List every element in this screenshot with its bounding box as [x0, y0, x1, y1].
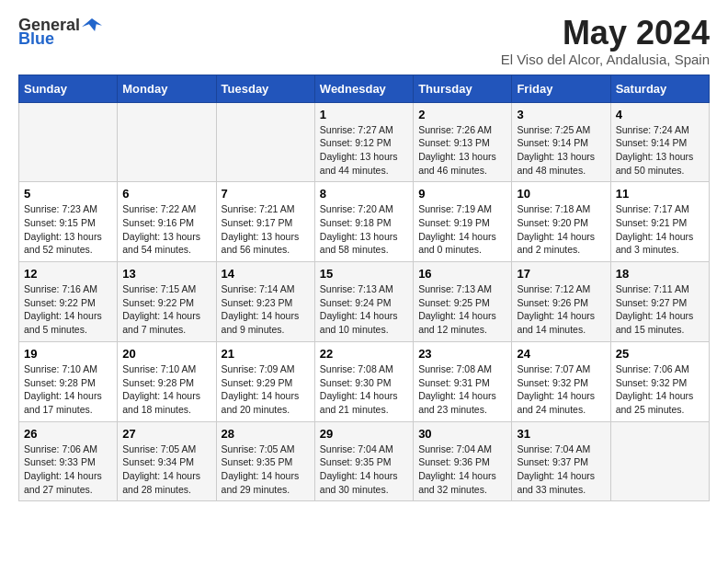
day-info: Sunrise: 7:14 AMSunset: 9:23 PMDaylight:…: [222, 282, 310, 337]
day-number: 23: [418, 347, 506, 361]
day-info: Sunrise: 7:07 AMSunset: 9:32 PMDaylight:…: [517, 362, 605, 417]
day-number: 24: [517, 347, 605, 361]
day-number: 11: [616, 187, 704, 201]
calendar-cell: [19, 102, 118, 182]
week-row-1: 5Sunrise: 7:23 AMSunset: 9:15 PMDaylight…: [19, 182, 710, 262]
day-number: 26: [24, 427, 112, 441]
subtitle: El Viso del Alcor, Andalusia, Spain: [501, 52, 710, 67]
col-header-thursday: Thursday: [414, 75, 512, 102]
day-info: Sunrise: 7:25 AMSunset: 9:14 PMDaylight:…: [517, 123, 605, 178]
calendar-cell: 19Sunrise: 7:10 AMSunset: 9:28 PMDayligh…: [19, 341, 118, 421]
day-info: Sunrise: 7:04 AMSunset: 9:37 PMDaylight:…: [517, 442, 605, 497]
day-info: Sunrise: 7:23 AMSunset: 9:15 PMDaylight:…: [24, 202, 112, 257]
day-number: 14: [222, 267, 310, 281]
day-number: 2: [418, 108, 506, 121]
day-number: 21: [222, 347, 310, 361]
calendar-cell: 10Sunrise: 7:18 AMSunset: 9:20 PMDayligh…: [512, 182, 610, 262]
calendar-cell: 20Sunrise: 7:10 AMSunset: 9:28 PMDayligh…: [118, 341, 216, 421]
calendar-cell: 15Sunrise: 7:13 AMSunset: 9:24 PMDayligh…: [314, 262, 413, 342]
logo: General Blue: [18, 15, 102, 49]
day-number: 3: [517, 108, 605, 121]
day-number: 13: [122, 267, 210, 281]
header: General Blue May 2024 El Viso del Alcor,…: [18, 15, 710, 67]
col-header-saturday: Saturday: [610, 75, 709, 102]
calendar-cell: 28Sunrise: 7:05 AMSunset: 9:35 PMDayligh…: [216, 421, 314, 501]
week-row-0: 1Sunrise: 7:27 AMSunset: 9:12 PMDaylight…: [19, 102, 710, 182]
day-number: 15: [320, 267, 408, 281]
title-block: May 2024 El Viso del Alcor, Andalusia, S…: [501, 15, 710, 67]
calendar-cell: 7Sunrise: 7:21 AMSunset: 9:17 PMDaylight…: [216, 182, 314, 262]
calendar-cell: 27Sunrise: 7:05 AMSunset: 9:34 PMDayligh…: [118, 421, 216, 501]
calendar-cell: 23Sunrise: 7:08 AMSunset: 9:31 PMDayligh…: [414, 341, 512, 421]
col-header-monday: Monday: [118, 75, 216, 102]
calendar-cell: 25Sunrise: 7:06 AMSunset: 9:32 PMDayligh…: [610, 341, 709, 421]
day-number: 18: [616, 267, 704, 281]
calendar-cell: 8Sunrise: 7:20 AMSunset: 9:18 PMDaylight…: [314, 182, 413, 262]
calendar-cell: 17Sunrise: 7:12 AMSunset: 9:26 PMDayligh…: [512, 262, 610, 342]
day-info: Sunrise: 7:16 AMSunset: 9:22 PMDaylight:…: [24, 282, 112, 337]
calendar-cell: 13Sunrise: 7:15 AMSunset: 9:22 PMDayligh…: [118, 262, 216, 342]
day-info: Sunrise: 7:27 AMSunset: 9:12 PMDaylight:…: [320, 123, 408, 178]
day-info: Sunrise: 7:04 AMSunset: 9:36 PMDaylight:…: [418, 442, 506, 497]
day-number: 25: [616, 347, 704, 361]
day-number: 22: [320, 347, 408, 361]
calendar-table: SundayMondayTuesdayWednesdayThursdayFrid…: [18, 75, 710, 502]
day-info: Sunrise: 7:08 AMSunset: 9:31 PMDaylight:…: [418, 362, 506, 417]
day-number: 19: [24, 347, 112, 361]
day-info: Sunrise: 7:13 AMSunset: 9:25 PMDaylight:…: [418, 282, 506, 337]
week-row-4: 26Sunrise: 7:06 AMSunset: 9:33 PMDayligh…: [19, 421, 710, 501]
day-number: 31: [517, 427, 605, 441]
day-number: 4: [616, 108, 704, 121]
calendar-cell: 4Sunrise: 7:24 AMSunset: 9:14 PMDaylight…: [610, 102, 709, 182]
day-number: 9: [418, 187, 506, 201]
day-info: Sunrise: 7:10 AMSunset: 9:28 PMDaylight:…: [24, 362, 112, 417]
day-number: 20: [122, 347, 210, 361]
main-title: May 2024: [501, 15, 710, 52]
day-number: 27: [122, 427, 210, 441]
day-info: Sunrise: 7:15 AMSunset: 9:22 PMDaylight:…: [122, 282, 210, 337]
col-header-tuesday: Tuesday: [216, 75, 314, 102]
day-info: Sunrise: 7:05 AMSunset: 9:35 PMDaylight:…: [222, 442, 310, 497]
page: General Blue May 2024 El Viso del Alcor,…: [0, 0, 728, 516]
calendar-cell: 24Sunrise: 7:07 AMSunset: 9:32 PMDayligh…: [512, 341, 610, 421]
day-info: Sunrise: 7:22 AMSunset: 9:16 PMDaylight:…: [122, 202, 210, 257]
calendar-cell: 22Sunrise: 7:08 AMSunset: 9:30 PMDayligh…: [314, 341, 413, 421]
day-info: Sunrise: 7:20 AMSunset: 9:18 PMDaylight:…: [320, 202, 408, 257]
day-info: Sunrise: 7:21 AMSunset: 9:17 PMDaylight:…: [222, 202, 310, 257]
calendar-cell: 14Sunrise: 7:14 AMSunset: 9:23 PMDayligh…: [216, 262, 314, 342]
calendar-cell: [118, 102, 216, 182]
day-info: Sunrise: 7:10 AMSunset: 9:28 PMDaylight:…: [122, 362, 210, 417]
day-number: 29: [320, 427, 408, 441]
calendar-cell: 26Sunrise: 7:06 AMSunset: 9:33 PMDayligh…: [19, 421, 118, 501]
calendar-cell: 16Sunrise: 7:13 AMSunset: 9:25 PMDayligh…: [414, 262, 512, 342]
day-number: 17: [517, 267, 605, 281]
calendar-cell: 6Sunrise: 7:22 AMSunset: 9:16 PMDaylight…: [118, 182, 216, 262]
day-number: 16: [418, 267, 506, 281]
calendar-cell: 30Sunrise: 7:04 AMSunset: 9:36 PMDayligh…: [414, 421, 512, 501]
day-info: Sunrise: 7:06 AMSunset: 9:33 PMDaylight:…: [24, 442, 112, 497]
day-info: Sunrise: 7:18 AMSunset: 9:20 PMDaylight:…: [517, 202, 605, 257]
calendar-cell: 12Sunrise: 7:16 AMSunset: 9:22 PMDayligh…: [19, 262, 118, 342]
day-info: Sunrise: 7:05 AMSunset: 9:34 PMDaylight:…: [122, 442, 210, 497]
day-number: 5: [24, 187, 112, 201]
logo-bird-icon: [82, 15, 102, 35]
day-info: Sunrise: 7:09 AMSunset: 9:29 PMDaylight:…: [222, 362, 310, 417]
day-info: Sunrise: 7:12 AMSunset: 9:26 PMDaylight:…: [517, 282, 605, 337]
svg-marker-0: [82, 18, 102, 31]
day-number: 7: [222, 187, 310, 201]
day-info: Sunrise: 7:11 AMSunset: 9:27 PMDaylight:…: [616, 282, 704, 337]
day-info: Sunrise: 7:26 AMSunset: 9:13 PMDaylight:…: [418, 123, 506, 178]
calendar-cell: 1Sunrise: 7:27 AMSunset: 9:12 PMDaylight…: [314, 102, 413, 182]
day-info: Sunrise: 7:06 AMSunset: 9:32 PMDaylight:…: [616, 362, 704, 417]
calendar-cell: 31Sunrise: 7:04 AMSunset: 9:37 PMDayligh…: [512, 421, 610, 501]
day-info: Sunrise: 7:04 AMSunset: 9:35 PMDaylight:…: [320, 442, 408, 497]
day-number: 12: [24, 267, 112, 281]
calendar-cell: 29Sunrise: 7:04 AMSunset: 9:35 PMDayligh…: [314, 421, 413, 501]
calendar-cell: 18Sunrise: 7:11 AMSunset: 9:27 PMDayligh…: [610, 262, 709, 342]
day-number: 10: [517, 187, 605, 201]
calendar-cell: [610, 421, 709, 501]
col-header-friday: Friday: [512, 75, 610, 102]
day-number: 28: [222, 427, 310, 441]
week-row-2: 12Sunrise: 7:16 AMSunset: 9:22 PMDayligh…: [19, 262, 710, 342]
logo-blue: Blue: [18, 29, 54, 49]
